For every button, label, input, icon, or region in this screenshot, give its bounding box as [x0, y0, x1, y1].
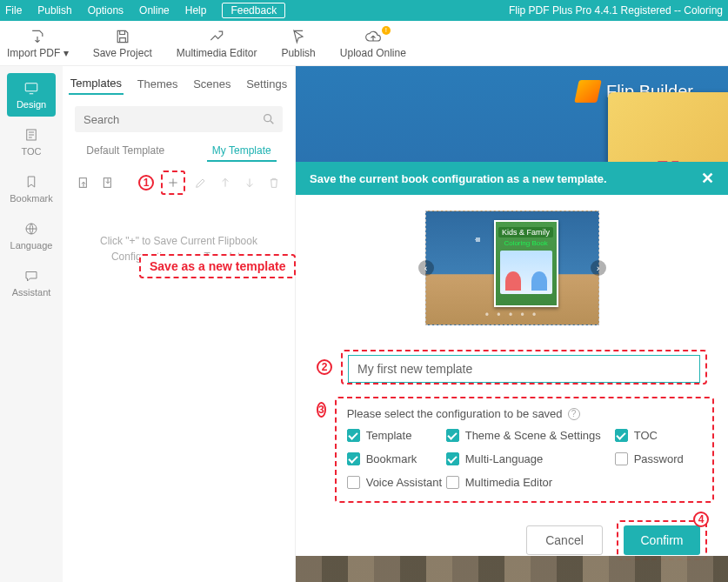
chk-multi-language[interactable]: Multi-Language	[446, 452, 611, 465]
annotation-2: 2	[317, 359, 332, 375]
brand-logo-icon	[574, 80, 602, 103]
upload-online-label: Upload Online	[340, 47, 406, 59]
publish-button[interactable]: Publish	[281, 28, 315, 59]
template-name-input[interactable]	[348, 355, 700, 383]
left-rail: Design TOC Bookmark Language Assistant	[0, 66, 63, 582]
annotation-1: 1	[138, 175, 154, 191]
name-input-frame	[341, 350, 707, 385]
rail-design[interactable]: Design	[7, 73, 56, 117]
save-project-label: Save Project	[93, 47, 152, 59]
toolbar: Import PDF ▾ Save Project Multimedia Edi…	[0, 21, 728, 66]
dialog-title: Save the current book configuration as a…	[310, 172, 607, 185]
config-frame: Please select the configuration to be sa…	[335, 397, 714, 503]
menubar: File Publish Options Online Help Feedbac…	[0, 0, 728, 21]
thumb-pager-dots: • • • • •	[426, 309, 598, 321]
chk-bookmark[interactable]: Bookmark	[347, 452, 443, 465]
upload-cloud-icon	[364, 28, 383, 45]
add-template-button[interactable]	[164, 174, 182, 191]
rail-bookmark[interactable]: Bookmark	[7, 167, 56, 211]
confirm-frame: 4 Confirm	[617, 520, 707, 560]
side-panel: Templates Themes Scenes Settings Default…	[63, 66, 296, 582]
import-icon	[28, 28, 47, 45]
chk-toc[interactable]: TOC	[615, 429, 702, 442]
menu-help[interactable]: Help	[185, 4, 207, 17]
tab-themes[interactable]: Themes	[136, 74, 180, 94]
bookmark-icon	[22, 174, 41, 190]
multimedia-icon	[207, 28, 226, 45]
rail-language[interactable]: Language	[7, 214, 56, 258]
preview-area: Flip Builder K Save the current book con…	[296, 66, 728, 582]
confirm-button[interactable]: Confirm	[624, 525, 700, 555]
monitor-icon	[22, 80, 41, 96]
template-toolbar: 1	[63, 162, 295, 204]
save-project-button[interactable]: Save Project	[93, 28, 152, 59]
multimedia-editor-button[interactable]: Multimedia Editor	[177, 28, 257, 59]
tab-templates[interactable]: Templates	[69, 73, 124, 95]
publish-label: Publish	[281, 47, 315, 59]
tab-scenes[interactable]: Scenes	[191, 74, 232, 94]
chk-password[interactable]: Password	[615, 452, 702, 465]
menu-publish[interactable]: Publish	[37, 4, 71, 17]
menu-options[interactable]: Options	[88, 4, 124, 17]
rail-toc[interactable]: TOC	[7, 120, 56, 164]
save-icon	[113, 28, 132, 45]
delete-icon-btn[interactable]	[265, 174, 283, 191]
chk-template[interactable]: Template	[347, 429, 443, 442]
help-icon[interactable]: ?	[568, 408, 580, 420]
toc-icon	[22, 127, 41, 143]
rail-design-label: Design	[17, 99, 46, 110]
dialog-close-button[interactable]: ✕	[701, 169, 714, 188]
annotation-4: 4	[693, 512, 709, 527]
app-title: Flip PDF Plus Pro 4.4.1 Registered -- Co…	[509, 4, 723, 17]
tab-settings[interactable]: Settings	[244, 74, 289, 94]
import-pdf-label: Import PDF ▾	[7, 47, 69, 59]
publish-icon	[289, 28, 308, 45]
chk-voice-assistant[interactable]: Voice Assistant	[347, 476, 443, 489]
thumb-prev-icon[interactable]: ‹	[418, 260, 434, 276]
add-template-highlight	[161, 171, 185, 195]
menu-online[interactable]: Online	[139, 4, 170, 17]
rename-icon-btn[interactable]	[192, 174, 210, 191]
globe-icon	[22, 221, 41, 237]
dialog-header: Save the current book configuration as a…	[296, 162, 728, 195]
import-icon-btn[interactable]	[99, 174, 117, 191]
annotation-save-label: Save as a new template	[139, 254, 296, 278]
rail-language-label: Language	[10, 240, 53, 251]
config-title: Please select the configuration to be sa…	[347, 407, 702, 420]
search-icon	[262, 112, 276, 126]
export-icon-btn[interactable]	[75, 174, 92, 191]
panel-tabs: Templates Themes Scenes Settings	[63, 66, 295, 101]
svg-point-3	[264, 115, 271, 122]
chat-icon	[22, 268, 41, 284]
chk-multimedia-editor[interactable]: Multimedia Editor	[446, 476, 611, 489]
search-input-wrap[interactable]	[75, 106, 283, 132]
thumb-book-cover: Kids & Family Coloring Book	[494, 220, 558, 307]
feedback-button[interactable]: Feedback	[222, 3, 285, 18]
search-input[interactable]	[82, 112, 262, 127]
dialog-body: ‹ › Kids & Family Coloring Book • • • • …	[296, 195, 728, 556]
move-up-icon-btn[interactable]	[217, 174, 234, 191]
upload-online-button[interactable]: ! Upload Online	[340, 28, 406, 59]
rail-assistant[interactable]: Assistant	[7, 261, 56, 304]
menu-file[interactable]: File	[5, 4, 22, 17]
notification-badge: !	[382, 26, 391, 35]
rail-assistant-label: Assistant	[12, 287, 51, 298]
subtab-my-template[interactable]: My Template	[207, 141, 277, 162]
move-down-icon-btn[interactable]	[241, 174, 258, 191]
svg-rect-0	[25, 84, 37, 91]
template-thumbnail: ‹ › Kids & Family Coloring Book • • • • …	[425, 211, 599, 325]
preview-footer-strip	[296, 556, 728, 582]
cancel-button[interactable]: Cancel	[526, 525, 603, 555]
subtab-default-template[interactable]: Default Template	[81, 141, 170, 162]
rail-toc-label: TOC	[21, 146, 41, 157]
chk-theme-scene-settings[interactable]: Theme & Scene & Settings	[446, 429, 611, 442]
import-pdf-button[interactable]: Import PDF ▾	[7, 28, 69, 59]
thumb-next-icon[interactable]: ›	[591, 260, 606, 276]
rail-bookmark-label: Bookmark	[10, 193, 53, 204]
annotation-3: 3	[317, 402, 326, 418]
multimedia-editor-label: Multimedia Editor	[177, 47, 257, 59]
template-subtabs: Default Template My Template	[63, 141, 295, 162]
